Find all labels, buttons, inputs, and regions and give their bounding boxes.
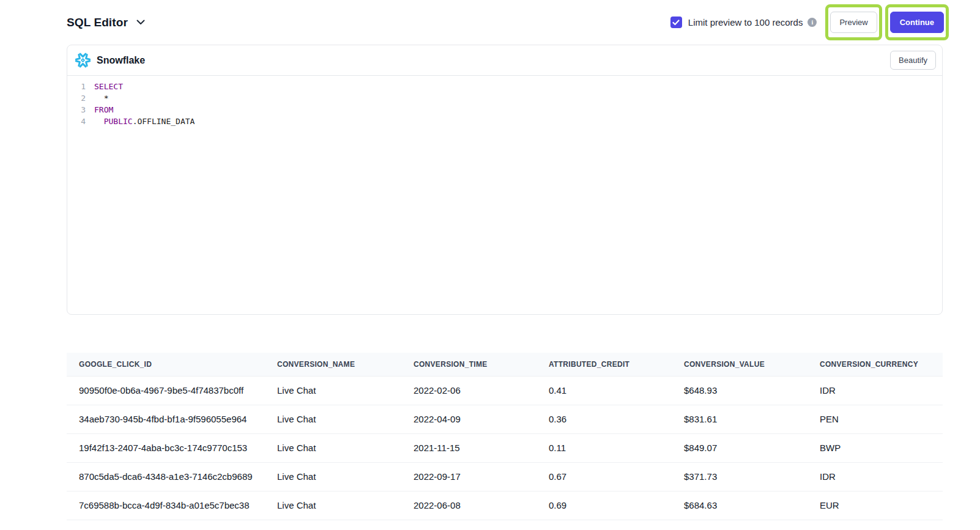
preview-button[interactable]: Preview	[830, 12, 877, 33]
limit-preview-control: Limit preview to 100 records i	[670, 17, 817, 28]
code-line[interactable]: 3FROM	[67, 104, 942, 116]
info-icon[interactable]: i	[807, 18, 817, 27]
table-cell: 0.41	[536, 376, 672, 405]
table-cell: 34aeb730-945b-4fbd-bf1a-9f596055e964	[67, 405, 265, 433]
title-dropdown-toggle[interactable]	[135, 18, 146, 26]
table-cell: Live Chat	[265, 433, 401, 462]
table-cell: IDR	[807, 462, 943, 491]
table-row: 7c69588b-bcca-4d9f-834b-a01e5c7bec38Live…	[67, 491, 943, 520]
table-header-row: GOOGLE_CLICK_ID CONVERSION_NAME CONVERSI…	[67, 353, 943, 376]
table-row: 90950f0e-0b6a-4967-9be5-4f74837bc0ffLive…	[67, 376, 943, 405]
column-header: CONVERSION_NAME	[265, 353, 401, 376]
table-cell: 870c5da5-dca6-4348-a1e3-7146c2cb9689	[67, 462, 265, 491]
editor-header: Snowflake Beautify	[67, 45, 942, 76]
continue-button[interactable]: Continue	[890, 12, 944, 33]
code-line[interactable]: 1SELECT	[67, 81, 942, 92]
beautify-button[interactable]: Beautify	[890, 51, 936, 70]
connector-name: Snowflake	[97, 55, 145, 66]
table-cell: 2022-04-09	[401, 405, 536, 433]
column-header: GOOGLE_CLICK_ID	[67, 353, 265, 376]
table-cell: IDR	[807, 376, 943, 405]
table-cell: $849.07	[672, 433, 807, 462]
table-cell: $648.93	[672, 376, 807, 405]
page-title: SQL Editor	[67, 16, 128, 29]
line-number: 2	[67, 92, 86, 104]
code-text: *	[86, 92, 108, 104]
table-cell: EUR	[807, 491, 943, 520]
table-cell: 2022-06-08	[401, 491, 536, 520]
limit-preview-label: Limit preview to 100 records	[688, 17, 803, 28]
code-line[interactable]: 2 *	[67, 92, 942, 104]
snowflake-logo-icon	[75, 52, 91, 68]
line-number: 4	[67, 116, 86, 127]
table-cell: 0.11	[536, 433, 672, 462]
code-line[interactable]: 4 PUBLIC.OFFLINE_DATA	[67, 116, 942, 127]
table-cell: BWP	[807, 433, 943, 462]
code-text: FROM	[86, 104, 113, 116]
code-text: SELECT	[86, 81, 123, 92]
column-header: CONVERSION_TIME	[401, 353, 536, 376]
chevron-down-icon	[136, 20, 145, 25]
top-bar: SQL Editor Limit preview to 100 records …	[0, 0, 980, 45]
sql-code-editor[interactable]: 1SELECT2 *3FROM4 PUBLIC.OFFLINE_DATA	[67, 76, 942, 315]
continue-annotation-box: Continue	[885, 4, 949, 40]
table-cell: Live Chat	[265, 491, 401, 520]
line-number: 1	[67, 81, 86, 92]
column-header: CONVERSION_CURRENCY	[807, 353, 943, 376]
sql-editor-panel: Snowflake Beautify 1SELECT2 *3FROM4 PUBL…	[67, 45, 943, 315]
table-cell: $371.73	[672, 462, 807, 491]
table-row: 870c5da5-dca6-4348-a1e3-7146c2cb9689Live…	[67, 462, 943, 491]
table-cell: 19f42f13-2407-4aba-bc3c-174c9770c153	[67, 433, 265, 462]
table-cell: 2022-02-06	[401, 376, 536, 405]
table-row: 34aeb730-945b-4fbd-bf1a-9f596055e964Live…	[67, 405, 943, 433]
limit-preview-checkbox[interactable]	[670, 17, 682, 28]
table-cell: 7c69588b-bcca-4d9f-834b-a01e5c7bec38	[67, 491, 265, 520]
table-cell: 0.67	[536, 462, 672, 491]
column-header: ATTRIBUTED_CREDIT	[536, 353, 672, 376]
table-cell: 90950f0e-0b6a-4967-9be5-4f74837bc0ff	[67, 376, 265, 405]
column-header: CONVERSION_VALUE	[672, 353, 807, 376]
table-cell: 2021-11-15	[401, 433, 536, 462]
table-cell: $684.63	[672, 491, 807, 520]
results-preview-table: GOOGLE_CLICK_ID CONVERSION_NAME CONVERSI…	[67, 353, 943, 520]
table-cell: 0.69	[536, 491, 672, 520]
table-cell: 2022-09-17	[401, 462, 536, 491]
preview-annotation-box: Preview	[825, 4, 882, 40]
checkmark-icon	[672, 20, 680, 26]
table-cell: $831.61	[672, 405, 807, 433]
table-cell: Live Chat	[265, 376, 401, 405]
table-row: 19f42f13-2407-4aba-bc3c-174c9770c153Live…	[67, 433, 943, 462]
table-cell: 0.36	[536, 405, 672, 433]
table-cell: PEN	[807, 405, 943, 433]
table-cell: Live Chat	[265, 462, 401, 491]
table-cell: Live Chat	[265, 405, 401, 433]
line-number: 3	[67, 104, 86, 116]
code-text: PUBLIC.OFFLINE_DATA	[86, 116, 195, 127]
